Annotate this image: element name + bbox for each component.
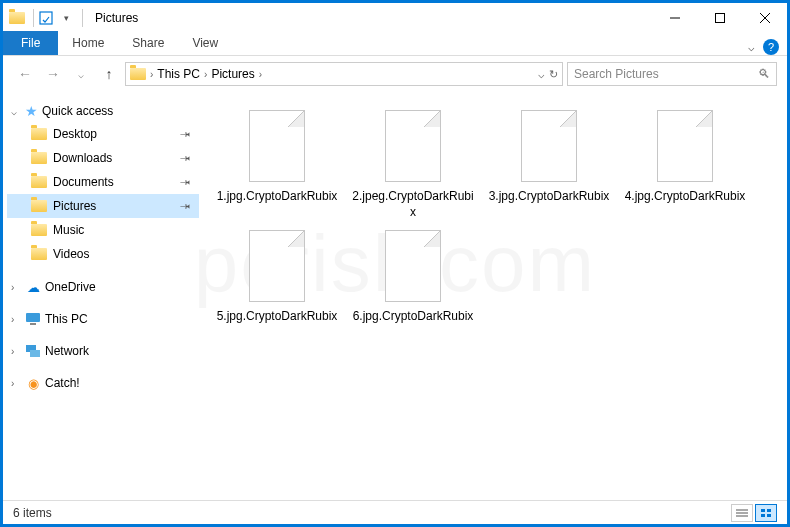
search-input[interactable]: Search Pictures 🔍︎ [567,62,777,86]
sidebar-item-label: OneDrive [45,280,96,294]
breadcrumb[interactable]: › This PC › Pictures › ⌵ ↻ [125,62,563,86]
file-item[interactable]: 5.jpg.CryptoDarkRubix [211,230,343,324]
chevron-down-icon[interactable]: ⌵ [11,106,21,117]
chevron-right-icon[interactable]: › [11,282,21,293]
file-name: 2.jpeg.CryptoDarkRubix [347,188,479,220]
view-details-button[interactable] [731,504,753,522]
navigation-pane: ⌵ ★ Quick access Desktop📌︎Downloads📌︎Doc… [3,92,203,490]
breadcrumb-current[interactable]: Pictures [211,67,254,81]
file-item[interactable]: 6.jpg.CryptoDarkRubix [347,230,479,324]
forward-button[interactable]: → [41,62,65,86]
file-icon [249,110,305,182]
folder-icon [9,10,25,26]
view-icons-button[interactable] [755,504,777,522]
help-icon[interactable]: ? [763,39,779,55]
tab-share[interactable]: Share [118,31,178,55]
file-item[interactable]: 1.jpg.CryptoDarkRubix [211,110,343,220]
window-controls [652,3,787,32]
network-icon [25,343,41,359]
window-title: Pictures [95,11,138,25]
search-icon: 🔍︎ [758,67,770,81]
ribbon: File Home Share View ⌵ ? [3,32,787,56]
qat-dropdown-icon[interactable]: ▾ [58,10,74,26]
folder-icon [31,126,47,142]
file-list[interactable]: 1.jpg.CryptoDarkRubix2.jpeg.CryptoDarkRu… [203,92,787,490]
sidebar-item-pictures[interactable]: Pictures📌︎ [7,194,199,218]
close-button[interactable] [742,3,787,32]
breadcrumb-root[interactable]: This PC [157,67,200,81]
sidebar-item-network[interactable]: ›Network [7,340,199,362]
refresh-icon[interactable]: ↻ [549,68,558,81]
svg-rect-6 [30,323,36,325]
expand-ribbon-icon[interactable]: ⌵ [748,41,755,54]
sidebar-item-catch-[interactable]: ›◉Catch! [7,372,199,394]
status-bar: 6 items [3,500,787,524]
folder-icon [31,222,47,238]
file-tab[interactable]: File [3,31,58,55]
file-icon [385,230,441,302]
quick-access-label: Quick access [42,104,113,118]
sidebar-item-label: Videos [53,247,89,261]
chevron-right-icon[interactable]: › [150,69,153,80]
sidebar-item-this-pc[interactable]: ›This PC [7,308,199,330]
sidebar-item-documents[interactable]: Documents📌︎ [7,170,199,194]
up-button[interactable]: ↑ [97,62,121,86]
file-icon [521,110,577,182]
svg-rect-5 [26,313,40,322]
sidebar-item-label: Catch! [45,376,80,390]
folder-icon [31,246,47,262]
separator [82,9,83,27]
chevron-right-icon[interactable]: › [11,346,21,357]
sidebar-item-onedrive[interactable]: ›☁OneDrive [7,276,199,298]
sidebar-item-label: Music [53,223,84,237]
sidebar-item-label: Desktop [53,127,97,141]
pin-icon: 📌︎ [177,126,193,142]
qat-properties-icon[interactable] [38,10,54,26]
quick-access-header[interactable]: ⌵ ★ Quick access [7,100,199,122]
maximize-button[interactable] [697,3,742,32]
folder-icon [31,150,47,166]
catch-icon: ◉ [25,375,41,391]
back-button[interactable]: ← [13,62,37,86]
sidebar-item-desktop[interactable]: Desktop📌︎ [7,122,199,146]
recent-dropdown[interactable]: ⌵ [69,62,93,86]
sidebar-item-downloads[interactable]: Downloads📌︎ [7,146,199,170]
tab-home[interactable]: Home [58,31,118,55]
svg-rect-15 [767,514,771,517]
folder-icon [31,174,47,190]
sidebar-item-label: Pictures [53,199,96,213]
file-item[interactable]: 2.jpeg.CryptoDarkRubix [347,110,479,220]
sidebar-item-videos[interactable]: Videos [7,242,199,266]
file-name: 6.jpg.CryptoDarkRubix [349,308,478,324]
file-name: 5.jpg.CryptoDarkRubix [213,308,342,324]
file-item[interactable]: 4.jpg.CryptoDarkRubix [619,110,751,220]
chevron-right-icon[interactable]: › [11,378,21,389]
folder-icon [130,66,146,82]
pc-icon [25,311,41,327]
chevron-right-icon[interactable]: › [11,314,21,325]
pin-icon: 📌︎ [177,198,193,214]
chevron-right-icon[interactable]: › [204,69,207,80]
sidebar-item-music[interactable]: Music [7,218,199,242]
svg-rect-12 [761,509,765,512]
cloud-icon: ☁ [25,279,41,295]
separator [33,9,34,27]
svg-rect-2 [715,13,724,22]
file-item[interactable]: 3.jpg.CryptoDarkRubix [483,110,615,220]
minimize-button[interactable] [652,3,697,32]
address-bar: ← → ⌵ ↑ › This PC › Pictures › ⌵ ↻ Searc… [3,56,787,92]
folder-icon [31,198,47,214]
tab-view[interactable]: View [178,31,232,55]
file-icon [657,110,713,182]
search-placeholder: Search Pictures [574,67,659,81]
file-icon [249,230,305,302]
sidebar-item-label: Downloads [53,151,112,165]
file-icon [385,110,441,182]
star-icon: ★ [25,103,38,119]
chevron-right-icon[interactable]: › [259,69,262,80]
sidebar-item-label: This PC [45,312,88,326]
breadcrumb-dropdown-icon[interactable]: ⌵ [538,68,545,81]
svg-rect-13 [767,509,771,512]
svg-rect-8 [30,350,40,357]
svg-rect-0 [40,12,52,24]
